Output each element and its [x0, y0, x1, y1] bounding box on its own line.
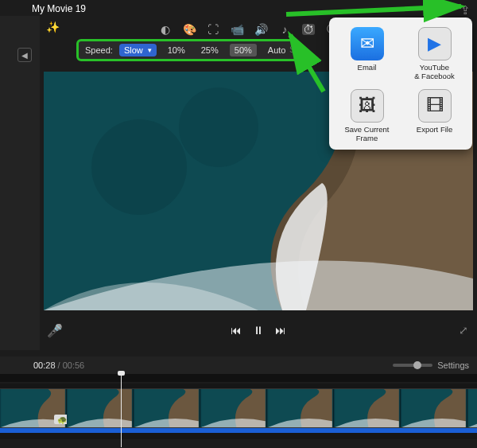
share-youtube-facebook[interactable]: ▶ YouTube & Facebook — [403, 27, 466, 81]
share-popover: ✉ Email ▶ YouTube & Facebook 🖼 Save Curr… — [329, 18, 472, 150]
crop-icon[interactable]: ⛶ — [207, 24, 219, 35]
clip-thumb — [467, 389, 477, 427]
next-button[interactable]: ⏭ — [275, 324, 286, 337]
audio-track[interactable] — [0, 428, 477, 433]
color-balance-icon[interactable]: ◐ — [159, 24, 172, 35]
adjust-toolbar: ◐ 🎨 ⛶ 📹 🔊 ♪ ⏱ ⓘ — [159, 24, 339, 35]
current-time: 00:28 — [33, 360, 56, 370]
noise-icon[interactable]: ♪ — [278, 24, 291, 35]
mail-icon: ✉ — [351, 27, 384, 60]
volume-icon[interactable]: 🔊 — [254, 24, 267, 35]
clip[interactable]: 🐢 — [0, 388, 477, 428]
play-icon: ▶ — [418, 27, 452, 60]
chevron-down-icon: ▾ — [148, 46, 152, 54]
time-display: 00:28 / 00:56 — [33, 360, 84, 370]
time-row: 00:28 / 00:56 Settings — [0, 356, 477, 374]
speed-dropdown[interactable]: Slow ▾ — [119, 44, 157, 56]
stabilize-icon[interactable]: 📹 — [231, 24, 243, 35]
clip-thumb — [134, 389, 200, 427]
svg-rect-10 — [468, 389, 477, 427]
back-button[interactable]: ◀ — [17, 48, 32, 62]
speed-label: Speed: — [85, 45, 113, 55]
expand-icon[interactable]: ⤢ — [459, 324, 468, 337]
share-frame-label: Save Current Frame — [335, 126, 398, 143]
pause-button[interactable]: ⏸ — [253, 324, 264, 337]
svg-point-1 — [91, 119, 187, 215]
speed-auto[interactable]: Auto — [263, 44, 291, 56]
playhead[interactable] — [121, 374, 122, 447]
share-file-label: Export File — [417, 126, 452, 134]
zoom-slider[interactable]: Settings — [393, 360, 469, 370]
transport-controls: ⏮ ⏸ ⏭ — [231, 324, 286, 337]
share-export-file[interactable]: 🎞 Export File — [403, 89, 466, 143]
share-save-frame[interactable]: 🖼 Save Current Frame — [335, 89, 398, 143]
prev-button[interactable]: ⏮ — [231, 324, 242, 337]
speed-icon[interactable]: ⏱ — [302, 24, 315, 35]
color-correct-icon[interactable]: 🎨 — [183, 24, 196, 35]
clip-thumb: 🐢 — [0, 389, 67, 427]
clip-thumb — [334, 389, 401, 427]
clip-thumb — [267, 389, 334, 427]
timeline[interactable]: 🐢 — [0, 384, 477, 439]
wand-icon[interactable]: ✨ — [46, 21, 60, 33]
project-title: My Movie 19 — [32, 3, 86, 14]
speed-10[interactable]: 10% — [163, 44, 190, 56]
timeline-ruler[interactable] — [0, 374, 477, 382]
preview-controls: 🎤 ⏮ ⏸ ⏭ ⤢ — [44, 318, 473, 342]
mic-icon[interactable]: 🎤 — [47, 323, 63, 338]
clip-thumb — [401, 389, 467, 427]
settings-button[interactable]: Settings — [437, 360, 469, 370]
speed-bar: Speed: Slow ▾ 10% 25% 50% Auto — [76, 39, 299, 61]
clip-thumb — [67, 389, 134, 427]
share-email-label: Email — [358, 64, 377, 72]
speed-25[interactable]: 25% — [196, 44, 223, 56]
share-email[interactable]: ✉ Email — [335, 27, 398, 81]
speed-50[interactable]: 50% — [230, 44, 257, 56]
clip-thumb — [200, 389, 267, 427]
image-icon: 🖼 — [351, 89, 384, 123]
total-time: 00:56 — [63, 360, 85, 370]
svg-line-11 — [286, 6, 461, 14]
share-ytfb-label: YouTube & Facebook — [414, 64, 455, 81]
left-strip — [0, 16, 40, 350]
svg-point-2 — [179, 88, 258, 167]
film-icon: 🎞 — [418, 89, 452, 123]
smart-label: Sm — [289, 45, 303, 54]
speed-dropdown-value: Slow — [124, 45, 143, 55]
